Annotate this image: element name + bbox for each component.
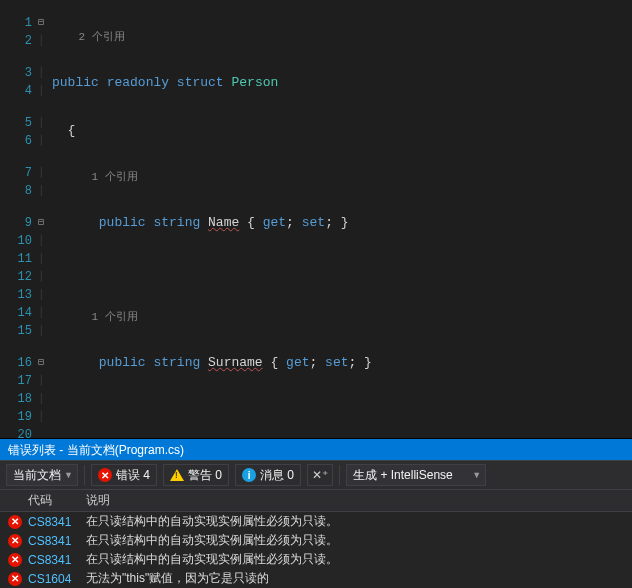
errors-filter-button[interactable]: ✕ 错误 4 — [91, 464, 157, 486]
fold-gutter: ⊟ │ │ │ │ │ │ │ ⊟ │ │ │ │ │ │ ⊟ │ │ │ — [38, 0, 52, 438]
clear-filter-button[interactable]: ✕⁺ — [307, 464, 333, 486]
chevron-down-icon: ▼ — [472, 470, 481, 480]
error-table: 代码 说明 ✕ CS8341 在只读结构中的自动实现实例属性必须为只读。 ✕ C… — [0, 490, 632, 588]
build-filter-dropdown[interactable]: 生成 + IntelliSense▼ — [346, 464, 486, 486]
table-header: 代码 说明 — [0, 490, 632, 512]
scope-dropdown[interactable]: 当前文档▼ — [6, 464, 78, 486]
error-icon: ✕ — [8, 515, 22, 529]
filter-clear-icon: ✕⁺ — [312, 468, 328, 482]
fold-toggle-icon[interactable]: ⊟ — [38, 14, 52, 32]
info-icon: i — [242, 468, 256, 482]
messages-filter-button[interactable]: i 消息 0 — [235, 464, 301, 486]
col-header-desc[interactable]: 说明 — [86, 492, 632, 509]
code-area[interactable]: 2 个引用 public readonly struct Person { 1 … — [52, 0, 632, 438]
chevron-down-icon: ▼ — [64, 470, 73, 480]
codelens-references[interactable]: 2 个引用 — [52, 30, 632, 44]
fold-toggle-icon[interactable]: ⊟ — [38, 354, 52, 372]
table-row[interactable]: ✕ CS8341 在只读结构中的自动实现实例属性必须为只读。 — [0, 550, 632, 569]
panel-toolbar: 当前文档▼ ✕ 错误 4 警告 0 i 消息 0 ✕⁺ 生成 + Intelli… — [0, 460, 632, 490]
error-icon: ✕ — [8, 572, 22, 586]
error-icon: ✕ — [8, 534, 22, 548]
error-icon: ✕ — [8, 553, 22, 567]
codelens-references[interactable]: 1 个引用 — [52, 310, 632, 324]
table-row[interactable]: ✕ CS8341 在只读结构中的自动实现实例属性必须为只读。 — [0, 512, 632, 531]
code-editor[interactable]: 1 2 3 4 5 6 7 8 9 10 11 12 13 14 15 16 1… — [0, 0, 632, 438]
table-row[interactable]: ✕ CS1604 无法为"this"赋值，因为它是只读的 — [0, 569, 632, 588]
warning-icon — [170, 469, 184, 481]
fold-toggle-icon[interactable]: ⊟ — [38, 214, 52, 232]
warnings-filter-button[interactable]: 警告 0 — [163, 464, 229, 486]
table-row[interactable]: ✕ CS8341 在只读结构中的自动实现实例属性必须为只读。 — [0, 531, 632, 550]
error-list-panel: 错误列表 - 当前文档(Program.cs) 当前文档▼ ✕ 错误 4 警告 … — [0, 438, 632, 588]
line-number-gutter: 1 2 3 4 5 6 7 8 9 10 11 12 13 14 15 16 1… — [0, 0, 38, 438]
error-icon: ✕ — [98, 468, 112, 482]
col-header-code[interactable]: 代码 — [28, 492, 86, 509]
panel-title: 错误列表 - 当前文档(Program.cs) — [0, 439, 632, 460]
codelens-references[interactable]: 1 个引用 — [52, 170, 632, 184]
